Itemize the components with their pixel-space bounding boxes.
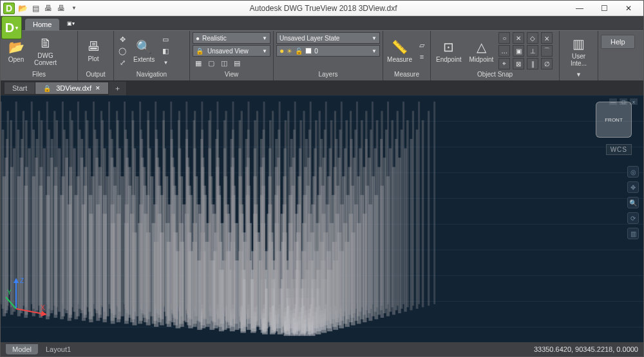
svg-rect-489 — [185, 102, 187, 304]
svg-rect-451 — [209, 111, 211, 306]
qat-plot-icon[interactable]: 🖶 — [43, 3, 53, 14]
svg-rect-496 — [294, 102, 296, 304]
tab-home[interactable]: Home — [25, 19, 59, 30]
svg-rect-484 — [108, 102, 110, 304]
svg-rect-458 — [319, 111, 321, 306]
doc-tab-file[interactable]: 🔒3DView.dxf✕ — [35, 82, 109, 94]
svg-rect-479 — [31, 102, 33, 304]
layer-combo[interactable]: ● ☀ 🔓 0▼ — [276, 45, 380, 57]
svg-rect-465 — [428, 111, 430, 306]
snap-center-icon[interactable]: ○ — [498, 32, 510, 44]
snap-near-icon[interactable]: ⌖ — [498, 58, 510, 69]
dwg-convert-button[interactable]: 🗎DWG Convert — [32, 35, 59, 68]
midpoint-button[interactable]: △Midpoint — [466, 38, 496, 64]
app-icon[interactable]: D — [3, 3, 15, 14]
panel-label-layers: Layers — [276, 69, 380, 79]
open-button[interactable]: 📂Open — [3, 38, 29, 64]
svg-rect-419 — [299, 120, 302, 307]
snap-int-icon[interactable]: ⨯ — [541, 32, 553, 44]
snap-node-icon[interactable]: ✕ — [513, 32, 524, 44]
tab-overflow-icon[interactable]: ▣▾ — [67, 21, 75, 26]
svg-rect-390 — [416, 129, 419, 309]
snap-app-icon[interactable]: ⊠ — [513, 58, 524, 69]
close-button[interactable]: ✕ — [616, 1, 641, 15]
sun-icon: ☀ — [287, 48, 292, 55]
orbit-icon[interactable]: ◯ — [117, 46, 128, 56]
zoom-realtime-icon[interactable]: ⤢ — [117, 57, 128, 68]
view-cube[interactable]: FRONT — [596, 102, 632, 138]
user-interface-button[interactable]: ▥User Inte... — [562, 35, 595, 68]
svg-rect-494 — [263, 102, 265, 304]
view-restore-icon[interactable]: ▤ — [231, 58, 243, 68]
layout-tab-model[interactable]: Model — [6, 344, 38, 354]
ribbon: 📂Open 🗎DWG Convert Files 🖶Plot Output ✥ … — [1, 30, 643, 81]
measure-list-icon[interactable]: ≡ — [416, 51, 428, 62]
ruler-icon: 📏 — [392, 39, 408, 55]
layer-state-combo[interactable]: Unsaved Layer State▼ — [276, 32, 380, 44]
maximize-button[interactable]: ☐ — [592, 1, 616, 15]
pan-icon[interactable]: ✥ — [117, 34, 128, 44]
svg-rect-503 — [402, 102, 404, 304]
endpoint-button[interactable]: ⊡Endpoint — [433, 38, 464, 64]
wcs-label[interactable]: WCS — [606, 144, 632, 155]
navigation-bar: ◎ ✥ 🔍 ⟳ ▥ — [627, 166, 639, 239]
svg-rect-480 — [46, 102, 48, 304]
svg-rect-446 — [131, 111, 133, 306]
svg-rect-333 — [80, 139, 83, 310]
extents-icon: 🔍 — [136, 39, 152, 55]
panel-label-output: Output — [80, 69, 111, 79]
view-tile-icon[interactable]: ▦ — [193, 58, 204, 68]
svg-rect-477 — [1, 102, 2, 304]
svg-rect-457 — [303, 111, 305, 306]
visual-style-combo[interactable]: ●Realistic▼ — [193, 32, 270, 44]
extents-button[interactable]: 🔍Extents — [131, 38, 157, 64]
layout-tab-layout1[interactable]: Layout1 — [39, 344, 77, 354]
plot-button[interactable]: 🖶Plot — [80, 38, 106, 64]
svg-rect-504 — [418, 102, 420, 304]
measure-area-icon[interactable]: ▱ — [416, 40, 428, 50]
panel-label-view: View — [193, 69, 270, 79]
doc-tab-add[interactable]: ＋ — [109, 82, 127, 95]
printer-icon: 🖶 — [87, 39, 100, 54]
snap-par-icon[interactable]: ∥ — [527, 58, 538, 69]
minimize-button[interactable]: — — [567, 1, 592, 15]
panel-expand-icon[interactable]: ▼ — [562, 70, 595, 79]
doc-tab-start[interactable]: Start — [5, 82, 35, 94]
nav-orbit-icon[interactable]: ⟳ — [627, 212, 639, 224]
nav-wheel-icon[interactable]: ◎ — [627, 166, 639, 178]
zoom-window-icon[interactable]: ▭ — [160, 34, 171, 44]
nav-pan-icon[interactable]: ✥ — [627, 181, 639, 193]
svg-rect-463 — [397, 111, 399, 306]
viewport-3d[interactable]: — ◻ x FRONT WCS ◎ ✥ 🔍 ⟳ ▥ Z X Y — [1, 95, 643, 342]
view-single-icon[interactable]: ▢ — [205, 58, 217, 68]
view-combo[interactable]: 🔒Unsaved View▼ — [193, 45, 270, 57]
snap-quad-icon[interactable]: ◇ — [527, 32, 538, 44]
svg-rect-347 — [290, 139, 293, 310]
nav-zoom-icon[interactable]: 🔍 — [627, 197, 639, 208]
snap-tan-icon[interactable]: ⌒ — [541, 45, 553, 57]
zoom-prev-icon[interactable]: ◧ — [160, 46, 171, 56]
zoom-dropdown-icon[interactable]: ▼ — [160, 57, 171, 68]
svg-rect-461 — [365, 111, 367, 306]
qat-open-icon[interactable]: 📂 — [17, 3, 28, 14]
svg-rect-425 — [391, 120, 393, 307]
help-button[interactable]: Help — [601, 35, 635, 49]
qat-save-icon[interactable]: ▤ — [30, 3, 41, 14]
snap-ins-icon[interactable]: ▣ — [513, 45, 524, 57]
svg-rect-492 — [232, 102, 234, 304]
snap-perp-icon[interactable]: ⊥ — [527, 45, 538, 57]
close-tab-icon[interactable]: ✕ — [95, 85, 100, 91]
snap-ext-icon[interactable]: … — [498, 45, 510, 57]
svg-marker-507 — [14, 278, 19, 283]
snap-none-icon[interactable]: ∅ — [541, 58, 553, 69]
qat-publish-icon[interactable]: 🖶 — [56, 3, 66, 14]
nav-show-icon[interactable]: ▥ — [627, 228, 639, 239]
sphere-icon: ● — [196, 35, 200, 42]
quick-access-toolbar: 📂 ▤ 🖶 🖶 ▼ — [17, 3, 79, 14]
coordinate-readout: 33350.6420, 90345.2218, 0.0000 — [534, 345, 638, 353]
ucs-axis-indicator: Z X Y — [10, 277, 48, 316]
app-menu-button[interactable]: D▾ — [1, 16, 22, 39]
view-join-icon[interactable]: ◫ — [218, 58, 230, 68]
measure-button[interactable]: 📏Measure — [386, 38, 413, 64]
qat-dropdown-icon[interactable]: ▼ — [69, 3, 79, 14]
